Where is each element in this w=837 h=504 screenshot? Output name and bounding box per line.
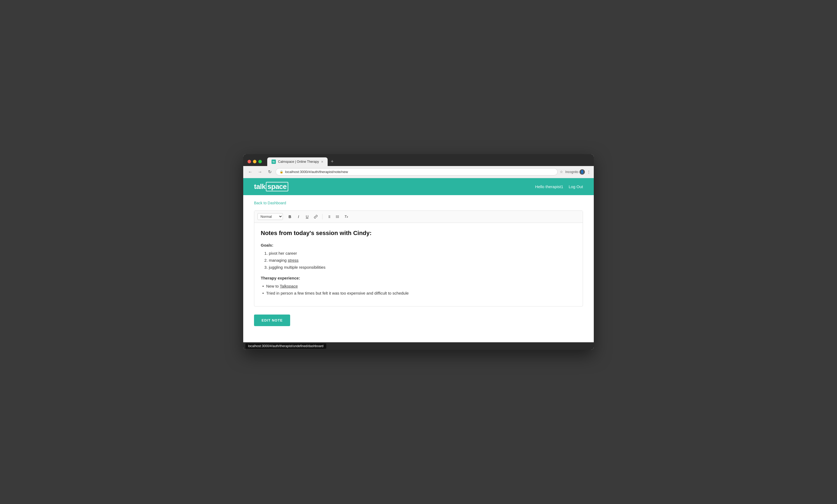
svg-point-11 xyxy=(336,217,337,218)
star-icon[interactable]: ☆ xyxy=(560,170,563,174)
incognito-label: Incognito xyxy=(565,170,578,174)
ordered-list-button[interactable] xyxy=(325,213,333,220)
address-text: localhost:3000/#/auth/therapist/note/new xyxy=(285,170,554,174)
logo-part2: space xyxy=(266,182,288,191)
header-right: Hello therapist1 Log Out xyxy=(535,184,583,189)
window-controls xyxy=(248,160,262,163)
status-bar: localhost:3000/#/auth/therapist/undefine… xyxy=(243,342,594,350)
tab-title: Calmspace | Online Therapy xyxy=(278,160,319,164)
incognito-icon: 👤 xyxy=(580,169,585,175)
stress-text: stress xyxy=(288,258,299,263)
menu-icon[interactable]: ⋮ xyxy=(587,170,590,174)
maximize-button[interactable] xyxy=(258,160,262,163)
app-wrapper: talkspace Hello therapist1 Log Out Back … xyxy=(243,178,594,342)
app-header: talkspace Hello therapist1 Log Out xyxy=(243,178,594,195)
bold-button[interactable]: B xyxy=(286,213,293,220)
editor-body[interactable]: Notes from today's session with Cindy: G… xyxy=(254,223,583,306)
goal-item-3: juggling multiple responsibilities xyxy=(269,264,576,271)
goals-list: pivot her career managing stress jugglin… xyxy=(269,250,576,271)
svg-point-9 xyxy=(336,216,337,216)
browser-chrome: ts Calmspace | Online Therapy × + ← → ↻ … xyxy=(243,154,594,178)
goals-heading: Goals: xyxy=(261,242,576,249)
goal-item-1: pivot her career xyxy=(269,250,576,256)
close-button[interactable] xyxy=(248,160,251,163)
editor-toolbar: Normal Heading 1 Heading 2 Heading 3 B I… xyxy=(254,211,583,223)
therapy-list: New to Talkspace Tried in person a few t… xyxy=(266,283,576,296)
therapy-item-2: Tried in person a few times but felt it … xyxy=(266,290,576,296)
incognito-badge: Incognito 👤 xyxy=(565,169,585,175)
address-bar[interactable]: 🔒 localhost:3000/#/auth/therapist/note/n… xyxy=(275,168,558,176)
back-to-dashboard-link[interactable]: Back to Dashboard xyxy=(254,201,286,205)
bullet-list-button[interactable] xyxy=(334,213,341,220)
minimize-button[interactable] xyxy=(253,160,256,163)
talkspace-link[interactable]: Talkspace xyxy=(280,284,298,288)
italic-button[interactable]: I xyxy=(295,213,302,220)
browser-toolbar: ← → ↻ 🔒 localhost:3000/#/auth/therapist/… xyxy=(243,166,594,178)
underline-button[interactable]: U xyxy=(303,213,311,220)
link-button[interactable] xyxy=(312,213,320,220)
browser-tabs: ts Calmspace | Online Therapy × + xyxy=(267,157,336,166)
edit-note-button[interactable]: EDIT NOTE xyxy=(254,314,290,326)
note-title: Notes from today's session with Cindy: xyxy=(261,228,576,238)
goal-item-2: managing stress xyxy=(269,257,576,264)
therapy-item-1: New to Talkspace xyxy=(266,283,576,289)
logo-part1: talk xyxy=(254,182,266,191)
status-url: localhost:3000/#/auth/therapist/undefine… xyxy=(245,343,326,349)
back-nav-button[interactable]: ← xyxy=(247,168,254,176)
forward-nav-button[interactable]: → xyxy=(256,168,264,176)
new-tab-button[interactable]: + xyxy=(329,158,336,165)
logo: talkspace xyxy=(254,182,288,191)
active-tab[interactable]: ts Calmspace | Online Therapy × xyxy=(267,157,327,166)
logo-container: talkspace xyxy=(254,182,288,191)
format-select[interactable]: Normal Heading 1 Heading 2 Heading 3 xyxy=(257,213,283,220)
editor-container: Normal Heading 1 Heading 2 Heading 3 B I… xyxy=(254,211,583,306)
lock-icon: 🔒 xyxy=(280,170,283,174)
page-content: Back to Dashboard Normal Heading 1 Headi… xyxy=(243,195,594,342)
clear-format-button[interactable]: Tx xyxy=(342,213,350,220)
logout-button[interactable]: Log Out xyxy=(569,184,583,189)
therapy-heading: Therapy experience: xyxy=(261,275,576,282)
svg-point-10 xyxy=(336,216,337,217)
toolbar-actions: ☆ Incognito 👤 ⋮ xyxy=(560,169,590,175)
tab-close-icon[interactable]: × xyxy=(321,160,323,164)
tab-favicon: ts xyxy=(271,160,276,164)
greeting-text: Hello therapist1 xyxy=(535,184,563,189)
browser-window: ts Calmspace | Online Therapy × + ← → ↻ … xyxy=(243,154,594,350)
reload-nav-button[interactable]: ↻ xyxy=(266,168,273,176)
browser-titlebar: ts Calmspace | Online Therapy × + xyxy=(243,154,594,166)
